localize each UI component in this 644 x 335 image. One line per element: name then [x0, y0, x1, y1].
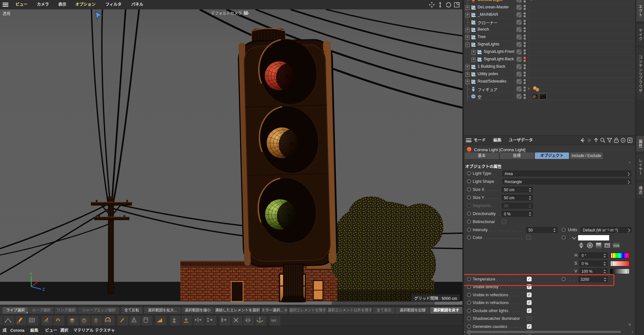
editor-visibility-dot[interactable] [524, 72, 526, 74]
menu-item-2[interactable]: カメラ [33, 0, 53, 9]
checkbox[interactable] [502, 219, 507, 224]
editor-visibility-dot[interactable] [524, 64, 526, 66]
layer-toggle[interactable] [516, 27, 522, 32]
expand-plus-icon[interactable]: + [465, 13, 470, 17]
editor-visibility-dot[interactable] [524, 12, 526, 15]
value-field[interactable]: 100 % [579, 268, 608, 274]
value-field[interactable]: 50 [526, 227, 557, 233]
sel-button-11[interactable]: 選択エレメント以外を隠す [327, 307, 372, 314]
object-row-corona-light[interactable]: Corona Light✓ [464, 0, 635, 4]
stairs-button[interactable] [155, 315, 167, 326]
render-visibility-dot[interactable] [524, 74, 526, 77]
hscroll-left-arrow[interactable]: ‹ [464, 330, 465, 334]
object-label[interactable]: SignalLight-Front [484, 49, 514, 54]
color-swatch[interactable] [578, 235, 610, 241]
align-arrows-button[interactable] [193, 315, 205, 326]
dolly-icon[interactable] [437, 1, 444, 8]
dock-tab-3[interactable]: コンテンツブラウザ [636, 48, 644, 100]
angle-tool-button[interactable] [3, 315, 15, 326]
animate-toggle[interactable] [467, 293, 471, 297]
dock-tab-bottom-1[interactable]: 属性 [636, 136, 644, 152]
object-label[interactable]: 空 [478, 94, 482, 100]
render-visibility-dot[interactable] [524, 0, 526, 3]
animate-toggle[interactable] [467, 187, 471, 192]
projection-label[interactable]: 透視 [3, 11, 10, 16]
dock-tab-bottom-2[interactable]: レイヤー [636, 154, 644, 180]
menu-item-6[interactable]: パネル [128, 0, 147, 9]
horizontal-scrollbar[interactable] [467, 331, 621, 333]
value-field[interactable]: 0 % [579, 261, 608, 266]
object-row-tree[interactable]: +Tree [464, 34, 635, 41]
expand-plus-icon[interactable]: + [465, 72, 470, 77]
editor-visibility-dot[interactable] [524, 79, 526, 81]
gear-icon[interactable]: ⚙ [284, 308, 287, 312]
spinner-arrows[interactable] [603, 253, 606, 258]
editor-visibility-dot[interactable] [524, 20, 526, 22]
viewtoggle-icon[interactable] [453, 1, 460, 8]
sel-button-3[interactable]: リング選択 [54, 307, 78, 314]
value-field[interactable]: 0 % [502, 211, 533, 217]
sel-button-12[interactable]: 全て表示 [373, 307, 395, 314]
footer-menu-7[interactable]: テクスチャ [95, 326, 115, 335]
spinner-arrows[interactable] [529, 196, 532, 200]
render-visibility-dot[interactable] [524, 8, 526, 10]
gradient-marker[interactable] [611, 261, 612, 266]
editor-visibility-dot[interactable] [524, 86, 526, 89]
xyz-label-button[interactable]: xyz [269, 315, 281, 326]
value-field[interactable]: 50 cm [502, 187, 533, 192]
pan-icon[interactable] [428, 1, 435, 8]
checkbox[interactable]: ✓ [527, 308, 532, 313]
color-wheel-icon[interactable] [586, 242, 594, 249]
footer-menu-1[interactable]: 成 [3, 326, 7, 335]
plane-down-button[interactable] [169, 315, 181, 326]
expand-plus-icon[interactable]: + [465, 28, 470, 32]
render-visibility-dot[interactable] [524, 15, 526, 17]
units-dropdown[interactable]: Default (W·sr⁻¹·m⁻²) [581, 227, 631, 233]
layer-toggle[interactable] [516, 86, 522, 92]
object-row-utility-poles[interactable]: +Utility poles [464, 71, 635, 78]
value-field[interactable]: 30 [502, 203, 533, 209]
grid-plane-button[interactable] [27, 315, 39, 326]
sel-button-10[interactable]: 選択エレメントを隠す [289, 307, 327, 314]
dots-move-button[interactable] [205, 315, 217, 326]
expand-plus-icon[interactable]: + [471, 50, 476, 54]
value-field[interactable]: 0 ° [579, 252, 608, 258]
texture-tag-icon[interactable] [539, 93, 547, 100]
layer-toggle[interactable] [516, 57, 522, 62]
collapse-minus-icon[interactable]: − [465, 43, 470, 47]
checkbox[interactable] [526, 235, 531, 240]
hscroll-right-arrow[interactable]: › [632, 330, 633, 334]
editor-visibility-dot[interactable] [524, 49, 526, 52]
animate-toggle[interactable] [467, 171, 471, 175]
render-visibility-dot[interactable] [524, 30, 526, 32]
magnet-tool-button[interactable] [53, 315, 65, 326]
layer-toggle[interactable] [516, 20, 522, 25]
layer-toggle[interactable] [516, 49, 522, 54]
editor-visibility-dot[interactable] [524, 57, 526, 59]
disabled-x-icon[interactable]: ✕ [527, 86, 530, 91]
object-label[interactable]: Tree [478, 34, 486, 39]
animate-toggle[interactable] [467, 301, 471, 305]
footer-menu-2[interactable]: Corona [10, 326, 24, 335]
tab-2[interactable]: 座標 [500, 153, 534, 159]
menu-item-5[interactable]: フィルタ [102, 0, 126, 9]
render-visibility-dot[interactable] [524, 60, 526, 62]
layer-toggle[interactable] [516, 94, 522, 99]
object-row------[interactable]: フィギュア✕ [464, 85, 635, 93]
animate-toggle[interactable] [467, 309, 471, 313]
surface-pen-button[interactable] [41, 315, 53, 326]
layer-toggle[interactable] [516, 5, 522, 10]
object-label[interactable]: Bench [478, 27, 489, 32]
tab-1[interactable]: 基本 [465, 153, 499, 159]
orbit-icon[interactable] [445, 1, 452, 8]
object-label[interactable]: Corona Light [478, 0, 503, 2]
gradient-bar-sat[interactable] [610, 261, 630, 266]
spread-button[interactable] [243, 315, 255, 326]
animate-toggle[interactable] [467, 316, 471, 320]
sel-button-13[interactable]: 選択範囲を記録 [396, 307, 430, 314]
weld-button[interactable] [231, 315, 243, 326]
value-field[interactable]: 50 cm [502, 195, 533, 201]
matrix-extrude-button[interactable] [91, 315, 103, 326]
inner-extrude-button[interactable] [79, 315, 91, 326]
sculpt-pen-button[interactable] [15, 315, 27, 326]
